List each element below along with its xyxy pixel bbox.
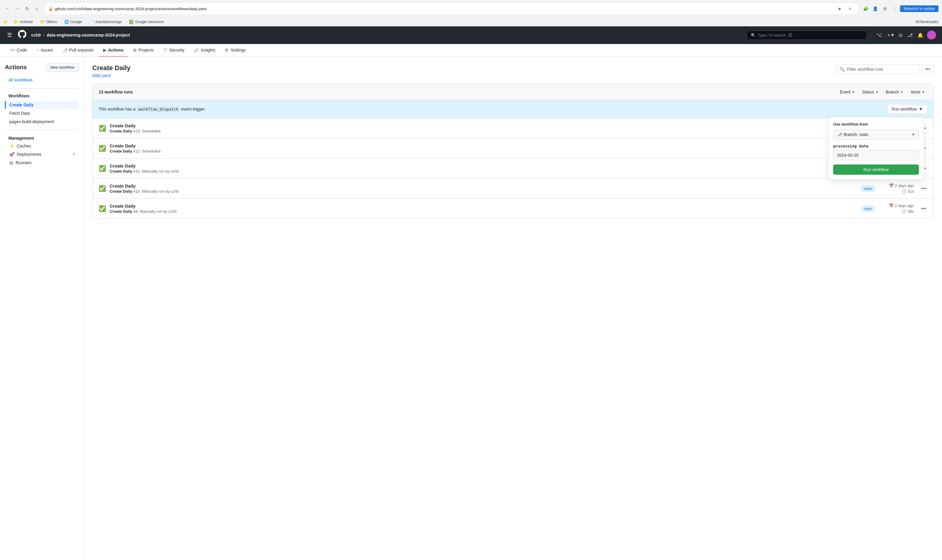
forward-button[interactable]: → [13, 5, 22, 13]
run-workflow-popup: Use workflow from ⎇ Branch: main ▼ proce… [828, 117, 924, 180]
bookmark-achived[interactable]: 📁 Achived [12, 19, 34, 25]
terminal-icon[interactable]: ⌥ [875, 31, 883, 39]
bookmark-google[interactable]: 🌐 Google [62, 19, 84, 25]
address-bar[interactable]: 🔒 github.com/cch0/data-engineering-zoomc… [43, 2, 859, 15]
run-duration: 🕐 31s [902, 189, 914, 194]
bookmark-others[interactable]: 📁 Others [38, 19, 59, 25]
header-icons: ⌥ ＋▾ ⊙ ⎇ 🔔 [875, 31, 936, 40]
success-icon: ✅ [99, 125, 106, 132]
main-layout: Actions New workflow All workflows Workf… [0, 57, 942, 560]
bookmark-mandarinorange[interactable]: 📄 mandarinorange [87, 19, 123, 25]
event-filter[interactable]: Event ▼ [837, 88, 857, 95]
sidebar-divider-1 [5, 88, 79, 89]
breadcrumb-separator: / [43, 33, 45, 37]
breadcrumb-user[interactable]: cch0 [31, 33, 41, 37]
success-icon: ✅ [99, 205, 106, 212]
sidebar-item-deployments[interactable]: 🚀 Deployments ↗ [5, 150, 79, 158]
sidebar-title: Actions New workflow [5, 63, 79, 72]
bookmark-google-classroom[interactable]: 📗 Google classroom [127, 19, 166, 25]
status-filter[interactable]: Status ▼ [860, 88, 881, 95]
global-search[interactable]: 🔍 Type / to search / [747, 31, 867, 40]
reload-button[interactable]: ↻ [23, 5, 31, 13]
table-row[interactable]: ✅ Create Daily Create Daily #13: Schedul… [92, 118, 933, 138]
run-workflow-button[interactable]: Run workflow ▼ [887, 104, 927, 114]
inbox-icon[interactable]: 🔔 [916, 31, 925, 39]
more-options-button[interactable]: ••• [922, 64, 934, 74]
content-title-group: Create Daily daily.yaml [92, 64, 130, 78]
profile-btn[interactable]: 👤 [871, 5, 880, 13]
tab-search[interactable]: ⊞ [881, 5, 889, 13]
run-info: Create Daily Create Daily #9: Manually r… [110, 203, 857, 214]
github-logo[interactable] [18, 30, 26, 40]
event-filter-arrow: ▼ [852, 90, 855, 94]
sidebar-item-runners[interactable]: ▤ Runners [5, 158, 79, 167]
branch-filter[interactable]: Branch ▼ [883, 88, 906, 95]
header-actions: 🔍 Filter workflow runs ••• [836, 64, 934, 74]
deployments-icon: 🚀 [9, 152, 14, 157]
sidebar-btn[interactable]: ⋮ [890, 5, 899, 13]
dropdown-caret [907, 114, 912, 116]
trigger-code: workflow_dispatch [137, 106, 180, 112]
sidebar-divider-2 [5, 129, 79, 130]
extensions-btn[interactable]: 🧩 [862, 5, 870, 13]
success-icon: ✅ [99, 145, 106, 152]
github-header: ☰ cch0 / data-engineering-zoomcamp-2024-… [0, 26, 942, 44]
nav-issues[interactable]: ○ Issues [32, 44, 57, 57]
nav-actions[interactable]: ▶ Actions [99, 44, 128, 57]
reader-mode[interactable]: ≡ [846, 5, 854, 13]
new-workflow-button[interactable]: New workflow [46, 63, 79, 72]
workflow-runs-container: 13 workflow runs Event ▼ Status ▼ Branch… [92, 84, 934, 219]
relaunch-button[interactable]: Relaunch to update [900, 5, 938, 12]
search-placeholder: Type / to search [758, 33, 786, 37]
param-input[interactable] [833, 150, 919, 160]
pull-request-icon[interactable]: ⎇ [906, 31, 914, 39]
home-button[interactable]: ⌂ [32, 5, 41, 13]
runs-filters: Event ▼ Status ▼ Branch ▼ Actor ▼ [837, 88, 927, 95]
branch-select[interactable]: ⎇ Branch: main ▼ [833, 129, 919, 140]
filter-workflow-input[interactable]: 🔍 Filter workflow runs [836, 65, 919, 74]
calendar-icon: 📅 [889, 183, 894, 188]
sidebar-item-create-daily[interactable]: Create Daily [5, 101, 79, 109]
sidebar-item-caches[interactable]: ⚡ Caches [5, 142, 79, 150]
trigger-notice: This workflow has a workflow_dispatch ev… [92, 100, 933, 118]
actor-filter-arrow: ▼ [922, 90, 925, 94]
sidebar: Actions New workflow All workflows Workf… [0, 57, 84, 560]
filter-search-icon: 🔍 [839, 67, 845, 72]
plus-menu[interactable]: ＋▾ [885, 31, 895, 40]
actor-filter[interactable]: Actor ▼ [908, 88, 927, 95]
runners-icon: ▤ [9, 160, 13, 165]
back-button[interactable]: ← [4, 5, 12, 13]
sidebar-item-fetch-data[interactable]: Fetch Data [5, 109, 79, 117]
nav-projects[interactable]: ⊞ Projects [129, 44, 158, 57]
settings-icon: ⚙ [225, 48, 229, 52]
bookmark-star[interactable]: ★ [836, 5, 844, 13]
branch-badge: main [860, 185, 876, 192]
issue-opened-icon[interactable]: ⊙ [897, 31, 904, 39]
nav-buttons: ← → ↻ ⌂ [4, 5, 41, 13]
run-more-button[interactable]: ••• [920, 185, 927, 192]
nav-settings[interactable]: ⚙ Settings [220, 44, 250, 57]
table-row[interactable]: ✅ Create Daily Create Daily #10: Manuall… [92, 178, 933, 198]
table-row[interactable]: ✅ Create Daily Create Daily #11: Manuall… [92, 158, 933, 178]
workflow-file-link[interactable]: daily.yaml [92, 73, 111, 78]
run-more-button[interactable]: ••• [920, 205, 927, 212]
hamburger-menu[interactable]: ☰ [6, 31, 13, 40]
calendar-icon: 📅 [889, 203, 894, 208]
nav-code[interactable]: <> Code [6, 44, 31, 57]
breadcrumb-repo[interactable]: data-engineering-zoomcamp-2024-project [47, 33, 130, 37]
nav-insights[interactable]: 📈 Insights [190, 44, 219, 57]
search-input-box[interactable]: 🔍 Type / to search / [747, 31, 867, 40]
table-row[interactable]: ✅ Create Daily Create Daily #12: Schedul… [92, 138, 933, 158]
sidebar-item-pages-build[interactable]: pages-build-deployment [5, 117, 79, 126]
table-row[interactable]: ✅ Create Daily Create Daily #9: Manually… [92, 198, 933, 218]
run-workflow-submit-button[interactable]: Run workflow [833, 165, 919, 175]
sidebar-all-workflows[interactable]: All workflows [5, 75, 79, 85]
user-avatar[interactable] [927, 31, 936, 40]
run-time: 📅 2 days ago [889, 183, 914, 188]
nav-security[interactable]: 🛡 Security [159, 44, 189, 57]
branch-select-label: Branch: main [844, 132, 868, 137]
all-bookmarks[interactable]: All Bookmarks [915, 20, 938, 24]
run-meta: 📅 2 days ago 🕐 39s [884, 203, 914, 214]
nav-pull-requests[interactable]: ⎇ Pull requests [58, 44, 98, 57]
runs-header: 13 workflow runs Event ▼ Status ▼ Branch… [92, 84, 933, 100]
